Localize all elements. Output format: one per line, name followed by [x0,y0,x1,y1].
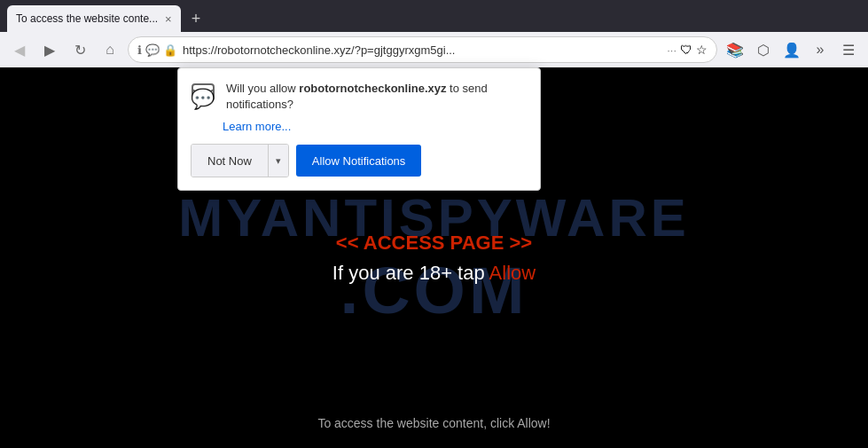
tab-close-button[interactable]: × [165,12,172,26]
age-text-prefix: If you are 18+ tap [332,262,489,284]
active-tab[interactable]: To access the website conte... × [7,5,181,32]
home-icon: ⌂ [106,42,114,58]
popup-message-text: Will you allow robotornotcheckonline.xyz… [226,81,526,113]
library-button[interactable]: 📚 [723,37,747,62]
back-button[interactable]: ◀ [7,37,32,62]
access-page-label: << ACCESS PAGE >> [332,232,536,255]
tab-bar: To access the website conte... × + [0,0,868,32]
toolbar-right-buttons: 📚 ⬡ 👤 » ☰ [723,37,861,62]
address-bar-right-icons: ··· 🛡 ☆ [667,43,708,57]
allow-notifications-button[interactable]: Allow Notifications [296,145,422,177]
site-name: robotornotcheckonline.xyz [299,82,446,95]
allow-word: Allow [489,262,536,284]
chevron-down-icon: ▾ [276,155,281,167]
toolbar: ◀ ▶ ↻ ⌂ ℹ 💬 🔒 ··· 🛡 ☆ 📚 [0,32,868,67]
url-input[interactable] [183,43,661,57]
menu-button[interactable]: ☰ [836,37,861,62]
message-prefix: Will you allow [226,82,299,95]
notification-icon: 💬 [191,83,215,111]
back-icon: ◀ [14,42,25,59]
age-restriction-text: If you are 18+ tap Allow [332,262,536,285]
home-button[interactable]: ⌂ [98,37,122,62]
account-button[interactable]: 👤 [779,37,804,62]
not-now-button[interactable]: Not Now [192,145,268,177]
bookmark-icon[interactable]: ☆ [696,43,708,57]
container-icon: ⬡ [757,42,770,59]
notification-popup: 💬 Will you allow robotornotcheckonline.x… [177,67,541,191]
more-options-icon[interactable]: ··· [667,43,676,57]
not-now-container: Not Now ▾ [191,144,289,177]
hamburger-icon: ☰ [842,42,855,59]
bottom-message: To access the website content, click All… [317,416,550,430]
container-button[interactable]: ⬡ [751,37,776,62]
tab-title: To access the website conte... [16,12,158,25]
message-icon: 💬 [145,43,160,57]
not-now-dropdown-button[interactable]: ▾ [268,145,288,177]
info-icon: ℹ [137,43,142,57]
popup-actions: Not Now ▾ Allow Notifications [191,144,526,177]
extensions-icon: » [817,42,825,58]
browser-chrome: To access the website conte... × + ◀ ▶ ↻… [0,0,868,67]
extensions-button[interactable]: » [808,37,833,62]
lock-icon: 🔒 [163,43,177,57]
popup-header: 💬 Will you allow robotornotcheckonline.x… [191,81,526,113]
refresh-icon: ↻ [74,42,86,59]
learn-more-link[interactable]: Learn more... [223,120,526,133]
address-bar[interactable]: ℹ 💬 🔒 ··· 🛡 ☆ [128,36,717,63]
new-tab-button[interactable]: + [186,8,207,30]
refresh-button[interactable]: ↻ [67,37,92,62]
account-icon: 👤 [783,42,801,59]
library-icon: 📚 [726,42,744,59]
forward-icon: ▶ [44,42,55,59]
shield-icon[interactable]: 🛡 [680,43,692,57]
page-main-text: << ACCESS PAGE >> If you are 18+ tap All… [332,232,536,285]
address-bar-left-icons: ℹ 💬 🔒 [137,43,177,57]
forward-button[interactable]: ▶ [37,37,62,62]
